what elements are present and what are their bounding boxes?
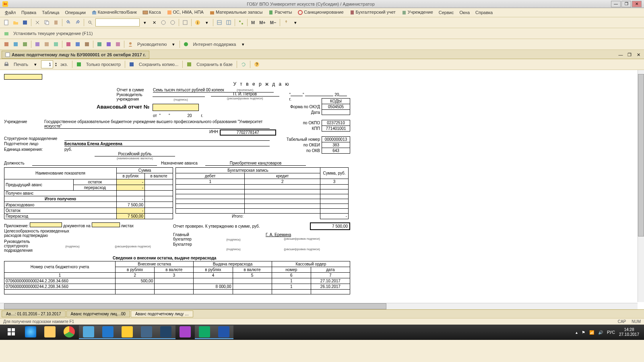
redo-button[interactable]	[74, 19, 82, 27]
grid2-button[interactable]	[225, 19, 233, 27]
menu-cash[interactable]: Касса	[140, 9, 163, 16]
report-number-field[interactable]	[153, 104, 199, 111]
tb-btn-a[interactable]	[159, 19, 167, 27]
m-plus-button[interactable]: M+	[258, 20, 267, 25]
q6[interactable]	[52, 40, 60, 48]
q7[interactable]	[64, 40, 72, 48]
task-app4[interactable]	[175, 325, 195, 339]
task-word[interactable]	[214, 325, 233, 339]
document-tab[interactable]: Аванс подотчетному лицу № БУ0000001 от 2…	[2, 51, 149, 59]
m-button[interactable]: M	[250, 20, 256, 25]
task-app1[interactable]	[79, 325, 98, 339]
task-excel[interactable]	[195, 325, 214, 339]
q3[interactable]	[21, 40, 29, 48]
tray-clock[interactable]: 14:2827.10.2017	[619, 327, 639, 337]
q11[interactable]	[105, 40, 113, 48]
print-dropdown[interactable]: ▾	[31, 60, 39, 68]
menu-os[interactable]: ОС, НМА, НПА	[164, 9, 206, 16]
menu-table[interactable]: Таблица	[39, 9, 62, 16]
q9[interactable]	[83, 40, 91, 48]
support-menu[interactable]: Интернет-поддержка	[191, 42, 237, 47]
task-ie[interactable]	[21, 325, 40, 339]
task-app2[interactable]	[137, 325, 156, 339]
tree-button[interactable]	[237, 19, 245, 27]
task-1c[interactable]	[118, 325, 137, 339]
menu-file[interactable]: Файл	[2, 9, 18, 16]
support-dropdown[interactable]: ▾	[239, 40, 247, 48]
menu-service[interactable]: Сервис	[436, 9, 456, 16]
vertical-scrollbar[interactable]	[638, 70, 644, 302]
help-button[interactable]: ?	[253, 60, 261, 68]
menu-windows[interactable]: Окна	[457, 9, 472, 16]
extra-dropdown[interactable]: ▾	[291, 19, 299, 27]
minimize-button[interactable]: —	[611, 1, 621, 7]
search-dropdown-button[interactable]: ▾	[141, 19, 149, 27]
doc-minimize-button[interactable]: —	[617, 51, 625, 59]
q12[interactable]	[114, 40, 122, 48]
svg-point-6	[298, 10, 302, 14]
tb-btn-c[interactable]	[181, 19, 189, 27]
btab-2[interactable]: Аванс подотчетному лиц…00	[66, 311, 130, 317]
q10[interactable]	[95, 40, 103, 48]
copies-input[interactable]	[41, 60, 53, 68]
undo-button[interactable]	[64, 19, 72, 27]
print-button[interactable]: Печать	[12, 62, 30, 67]
menu-treasury[interactable]: Казначейство/Банк	[89, 9, 139, 16]
menu-institution[interactable]: Учреждение	[399, 9, 436, 16]
menu-calc[interactable]: Расчеты	[266, 9, 294, 16]
grid1-button[interactable]	[215, 19, 223, 27]
tray-volume-icon[interactable]: 🔊	[598, 330, 603, 335]
horizontal-scrollbar[interactable]	[0, 303, 638, 309]
tray-flag-icon[interactable]: ⚑	[582, 330, 585, 335]
menu-sanctions[interactable]: Санкционирование	[295, 9, 346, 16]
m-minus-button[interactable]: M−	[268, 20, 278, 25]
save-base-button[interactable]: Сохранить в базе	[195, 62, 234, 67]
q2[interactable]	[12, 40, 20, 48]
task-outlook[interactable]	[98, 325, 118, 339]
tray-network-icon[interactable]: 📶	[589, 330, 594, 335]
menu-ops[interactable]: Операции	[62, 9, 88, 16]
find-button[interactable]	[86, 19, 94, 27]
leader-menu[interactable]: Руководителю	[136, 42, 168, 47]
tray-up-icon[interactable]: ▴	[576, 330, 578, 335]
paste-button[interactable]	[52, 19, 60, 27]
doc-restore-button[interactable]: ❐	[625, 51, 634, 59]
task-explorer[interactable]	[40, 325, 60, 339]
refresh-button[interactable]	[239, 60, 248, 68]
new-button[interactable]	[2, 19, 10, 27]
start-button[interactable]	[2, 325, 21, 339]
btab-3[interactable]: Аванс подотчетному лицу …	[131, 311, 193, 317]
menu-help[interactable]: Справка	[473, 9, 495, 16]
btab-1[interactable]: Ав…: 01.01.2016 - 27.10.2017	[2, 311, 66, 317]
corner-field[interactable]	[4, 74, 42, 80]
q8[interactable]	[74, 40, 82, 48]
set-institution-button[interactable]: Установить текущее учреждение (F11)	[12, 31, 94, 36]
copies-down[interactable]: ▼	[55, 64, 57, 67]
save-button[interactable]	[21, 19, 29, 27]
q1[interactable]	[2, 40, 10, 48]
open-button[interactable]	[12, 19, 20, 27]
leader-dropdown[interactable]: ▾	[169, 40, 178, 48]
menu-accounting[interactable]: Бухгалтерский учет	[347, 9, 398, 16]
doc-close-button[interactable]: ✕	[634, 51, 642, 59]
cut-button[interactable]	[33, 19, 41, 27]
preview-button[interactable]: Только просмотр	[85, 62, 122, 67]
tray-lang[interactable]: РУС	[607, 330, 615, 335]
q4[interactable]	[33, 40, 41, 48]
tb-dropdown[interactable]: ▾	[203, 19, 211, 27]
search-input[interactable]	[95, 19, 140, 27]
task-app3[interactable]	[156, 325, 175, 339]
menu-materials[interactable]: Материальные запасы	[207, 9, 265, 16]
copy-button[interactable]	[43, 19, 51, 27]
svg-point-16	[161, 21, 165, 25]
extra-button[interactable]	[282, 19, 290, 27]
save-copy-button[interactable]: Сохранить копию...	[137, 62, 180, 67]
close-button[interactable]: ✕	[632, 1, 642, 7]
menu-edit[interactable]: Правка	[19, 9, 39, 16]
restore-button[interactable]: ❐	[621, 1, 631, 7]
search-clear-button[interactable]: ✕	[150, 19, 158, 27]
q5[interactable]	[43, 40, 51, 48]
info-button[interactable]: i	[194, 19, 202, 27]
tb-btn-b[interactable]	[169, 19, 177, 27]
task-chrome[interactable]	[60, 325, 79, 339]
